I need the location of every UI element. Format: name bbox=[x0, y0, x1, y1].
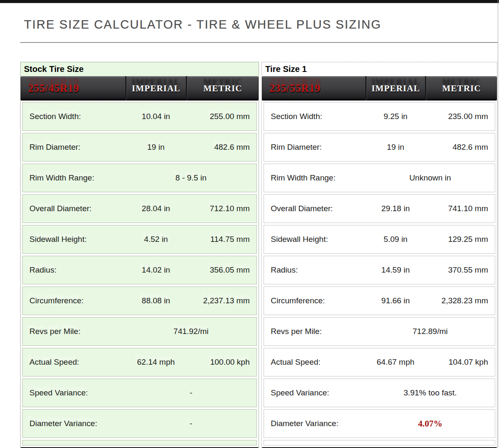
row-imperial-value: 64.67 mph bbox=[366, 358, 426, 367]
table-row: Rim Width Range:Unknown in bbox=[264, 164, 495, 192]
row-metric-value: 104.07 kph bbox=[425, 358, 495, 367]
tables-wrap: Stock Tire Size 255/45R19 IMPERIAL METRI… bbox=[20, 62, 499, 448]
row-imperial-value: 19 in bbox=[126, 143, 187, 152]
table-row: Sidewall Height:5.09 in129.25 mm bbox=[264, 225, 495, 254]
row-span-value: 712.89/mi bbox=[366, 327, 495, 336]
row-label: Radius: bbox=[23, 265, 126, 275]
row-imperial-value: 29.18 in bbox=[366, 204, 426, 213]
top-black-bar bbox=[0, 0, 499, 3]
table-row: Actual Speed:62.14 mph100.00 kph bbox=[22, 348, 257, 376]
row-imperial-value: 28.04 in bbox=[126, 204, 187, 213]
stock-table-header: 255/45R19 IMPERIAL METRIC bbox=[21, 76, 259, 101]
row-label: Rim Diameter: bbox=[23, 143, 126, 152]
stock-table-caption: Stock Tire Size bbox=[21, 62, 259, 76]
metric-column-header: METRIC bbox=[186, 76, 259, 101]
row-label: Sidewall Height: bbox=[23, 235, 126, 244]
row-label: Rim Width Range: bbox=[23, 173, 126, 183]
table-row: Revs per Mile:741.92/mi bbox=[22, 317, 257, 346]
row-label: Diameter Variance: bbox=[264, 419, 366, 428]
row-label: Circumference: bbox=[23, 296, 126, 305]
row-span-value: 8 - 9.5 in bbox=[126, 173, 256, 183]
row-imperial-value: 88.08 in bbox=[126, 296, 187, 305]
row-label: Circumference: bbox=[264, 296, 366, 305]
tire1-table-caption: Tire Size 1 bbox=[262, 62, 497, 76]
table-row: Overall Diameter:28.04 in712.10 mm bbox=[22, 194, 257, 223]
row-metric-value: 100.00 kph bbox=[186, 358, 256, 367]
row-imperial-value: 91.66 in bbox=[366, 296, 426, 305]
tire-size-1-table: Tire Size 1 235/55R19 IMPERIAL METRIC Se… bbox=[261, 62, 497, 448]
table-row: Circumference:88.08 in2,237.13 mm bbox=[22, 286, 257, 315]
table-row: Actual Speed:64.67 mph104.07 kph bbox=[264, 348, 495, 376]
stock-tire-table: Stock Tire Size 255/45R19 IMPERIAL METRI… bbox=[20, 62, 259, 448]
page-title: TIRE SIZE CALCULATOR - TIRE & WHEEL PLUS… bbox=[24, 17, 499, 32]
table-row: Diameter Variance:- bbox=[22, 409, 257, 438]
row-label: Diameter Variance: bbox=[23, 419, 126, 428]
page-right-border bbox=[498, 0, 498, 448]
row-metric-value: 712.10 mm bbox=[186, 204, 256, 213]
table-row: Revs per Mile:712.89/mi bbox=[264, 317, 495, 346]
table-row: Radius:14.59 in370.55 mm bbox=[264, 256, 495, 284]
tire1-table-header: 235/55R19 IMPERIAL METRIC bbox=[262, 76, 497, 101]
row-metric-value: 356.05 mm bbox=[186, 265, 256, 275]
table-row: Section Width:9.25 in235.00 mm bbox=[264, 102, 495, 131]
diameter-variance-value: 4.07% bbox=[366, 419, 495, 429]
table-row: Diameter Variance:4.07% bbox=[264, 409, 495, 438]
row-label: Actual Speed: bbox=[23, 358, 126, 367]
row-metric-value: 2,328.23 mm bbox=[425, 296, 495, 305]
table-row: Rim Diameter:19 in482.6 mm bbox=[22, 133, 257, 162]
title-divider bbox=[20, 42, 498, 43]
row-label: Revs per Mile: bbox=[23, 327, 126, 336]
tire1-size-label: 235/55R19 bbox=[262, 76, 365, 101]
row-span-value: Unknown in bbox=[366, 173, 495, 183]
row-imperial-value: 5.09 in bbox=[366, 235, 426, 244]
row-label: Overall Diameter: bbox=[264, 204, 366, 213]
row-label: Overall Diameter: bbox=[23, 204, 126, 213]
tire1-table-rows: Section Width:9.25 in235.00 mmRim Diamet… bbox=[262, 101, 497, 438]
imperial-column-header: IMPERIAL bbox=[125, 76, 186, 101]
row-label: Rim Width Range: bbox=[264, 173, 366, 183]
table-row: Speed Variance:3.91% too fast. bbox=[264, 379, 495, 407]
table-row: Circumference:91.66 in2,328.23 mm bbox=[264, 286, 495, 315]
row-metric-value: 2,237.13 mm bbox=[186, 296, 256, 305]
row-metric-value: 482.6 mm bbox=[186, 143, 256, 152]
row-metric-value: 482.6 mm bbox=[425, 143, 495, 152]
row-metric-value: 255.00 mm bbox=[186, 112, 256, 121]
table-row: Section Width:10.04 in255.00 mm bbox=[22, 102, 257, 131]
row-label: Speed Variance: bbox=[23, 388, 126, 398]
row-span-value: - bbox=[126, 388, 256, 398]
row-label: Actual Speed: bbox=[264, 358, 366, 367]
row-span-value: - bbox=[126, 419, 256, 428]
table-row: Radius:14.02 in356.05 mm bbox=[22, 256, 257, 284]
row-metric-value: 741.10 mm bbox=[425, 204, 495, 213]
table-row: Speed Variance:- bbox=[22, 379, 257, 407]
row-imperial-value: 62.14 mph bbox=[126, 358, 187, 367]
row-imperial-value: 4.52 in bbox=[126, 235, 187, 244]
row-metric-value: 235.00 mm bbox=[425, 112, 495, 121]
partial-row bbox=[264, 440, 495, 445]
row-imperial-value: 19 in bbox=[366, 143, 426, 152]
row-label: Section Width: bbox=[23, 112, 126, 121]
stock-table-rows: Section Width:10.04 in255.00 mmRim Diame… bbox=[21, 101, 259, 438]
row-metric-value: 370.55 mm bbox=[425, 265, 495, 275]
partial-row bbox=[22, 440, 257, 445]
table-row: Sidewall Height:4.52 in114.75 mm bbox=[22, 225, 257, 254]
stock-tire-size-label: 255/45R19 bbox=[21, 76, 125, 101]
row-imperial-value: 10.04 in bbox=[126, 112, 187, 121]
row-span-value: 3.91% too fast. bbox=[366, 388, 495, 398]
row-label: Speed Variance: bbox=[264, 388, 366, 398]
table-row: Rim Diameter:19 in482.6 mm bbox=[264, 133, 495, 162]
row-label: Rim Diameter: bbox=[264, 143, 366, 152]
table-row: Rim Width Range:8 - 9.5 in bbox=[22, 164, 257, 192]
imperial-column-header: IMPERIAL bbox=[365, 76, 425, 101]
row-label: Radius: bbox=[264, 265, 366, 275]
row-label: Revs per Mile: bbox=[264, 327, 366, 336]
row-imperial-value: 14.02 in bbox=[126, 265, 187, 275]
row-imperial-value: 9.25 in bbox=[366, 112, 426, 121]
row-span-value: 741.92/mi bbox=[126, 327, 256, 336]
table-row: Overall Diameter:29.18 in741.10 mm bbox=[264, 194, 495, 223]
row-metric-value: 129.25 mm bbox=[425, 235, 495, 244]
row-label: Section Width: bbox=[264, 112, 366, 121]
row-metric-value: 114.75 mm bbox=[186, 235, 256, 244]
row-imperial-value: 14.59 in bbox=[366, 265, 426, 275]
row-label: Sidewall Height: bbox=[264, 235, 366, 244]
